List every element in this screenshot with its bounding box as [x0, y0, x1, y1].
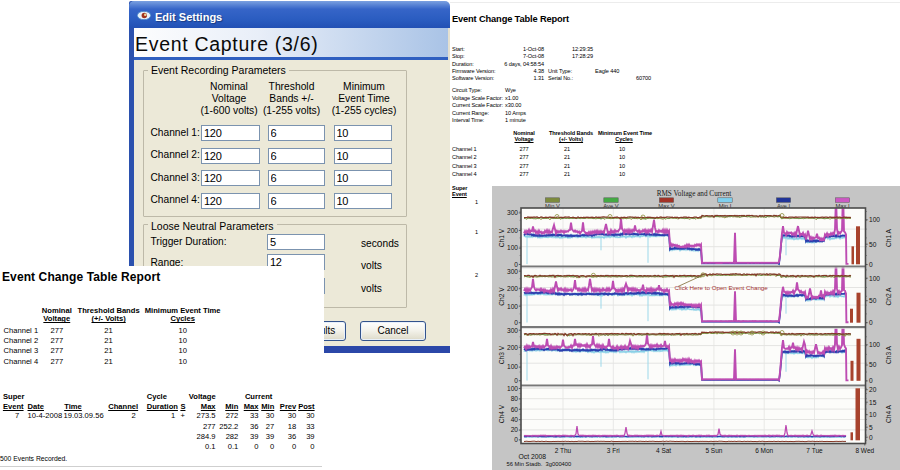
- svg-text:0: 0: [869, 261, 873, 268]
- svg-text:0: 0: [514, 377, 518, 384]
- svg-text:Ch1 V: Ch1 V: [498, 228, 505, 247]
- svg-text:2 Thu: 2 Thu: [555, 447, 572, 454]
- svg-text:100: 100: [869, 341, 880, 348]
- svg-text:Oct 2008: Oct 2008: [519, 453, 547, 460]
- svg-text:Ch4 A: Ch4 A: [885, 404, 892, 423]
- svg-text:40: 40: [511, 416, 519, 423]
- svg-text:56 Min Stadb. 3g000400: 56 Min Stadb. 3g000400: [507, 461, 572, 467]
- svg-text:Ch3 V: Ch3 V: [498, 345, 505, 364]
- svg-text:6 Mon: 6 Mon: [755, 447, 773, 454]
- svg-text:100: 100: [869, 275, 880, 282]
- svg-text:100: 100: [507, 303, 518, 310]
- svg-text:5: 5: [869, 424, 873, 431]
- svg-text:20: 20: [869, 386, 877, 393]
- svg-text:100: 100: [507, 363, 518, 370]
- svg-text:0: 0: [514, 436, 518, 443]
- svg-text:Ch4 V: Ch4 V: [498, 404, 505, 423]
- svg-text:Ch3 A: Ch3 A: [885, 345, 892, 364]
- svg-text:0: 0: [869, 377, 873, 384]
- svg-text:Ch2 V: Ch2 V: [498, 287, 505, 306]
- svg-text:300: 300: [507, 209, 518, 216]
- svg-text:20: 20: [511, 426, 519, 433]
- svg-text:0: 0: [869, 319, 873, 326]
- svg-text:80: 80: [511, 395, 519, 402]
- svg-text:RMS Voltage and Current: RMS Voltage and Current: [657, 190, 732, 198]
- svg-text:3 Fri: 3 Fri: [607, 447, 620, 454]
- svg-text:Ch2 A: Ch2 A: [885, 287, 892, 306]
- svg-text:4 Sat: 4 Sat: [656, 447, 671, 454]
- svg-text:15: 15: [869, 399, 877, 406]
- svg-text:5 Sun: 5 Sun: [705, 447, 722, 454]
- svg-text:200: 200: [507, 344, 518, 351]
- svg-text:Click Here to Open Event Chang: Click Here to Open Event Change: [675, 284, 769, 291]
- svg-text:Ch1 A: Ch1 A: [885, 228, 892, 247]
- svg-text:0: 0: [869, 434, 873, 441]
- svg-text:50: 50: [869, 241, 877, 248]
- svg-text:7 Tue: 7 Tue: [806, 447, 823, 454]
- svg-text:50: 50: [869, 361, 877, 368]
- svg-text:300: 300: [507, 327, 518, 334]
- svg-text:8 Wed: 8 Wed: [855, 447, 874, 454]
- svg-text:10: 10: [869, 411, 877, 418]
- svg-text:200: 200: [507, 285, 518, 292]
- svg-text:300: 300: [507, 268, 518, 275]
- svg-text:0: 0: [514, 319, 518, 326]
- svg-text:60: 60: [511, 406, 519, 413]
- svg-text:100: 100: [507, 385, 518, 392]
- svg-text:100: 100: [507, 244, 518, 251]
- svg-text:50: 50: [869, 297, 877, 304]
- svg-text:200: 200: [507, 227, 518, 234]
- svg-text:100: 100: [869, 216, 880, 223]
